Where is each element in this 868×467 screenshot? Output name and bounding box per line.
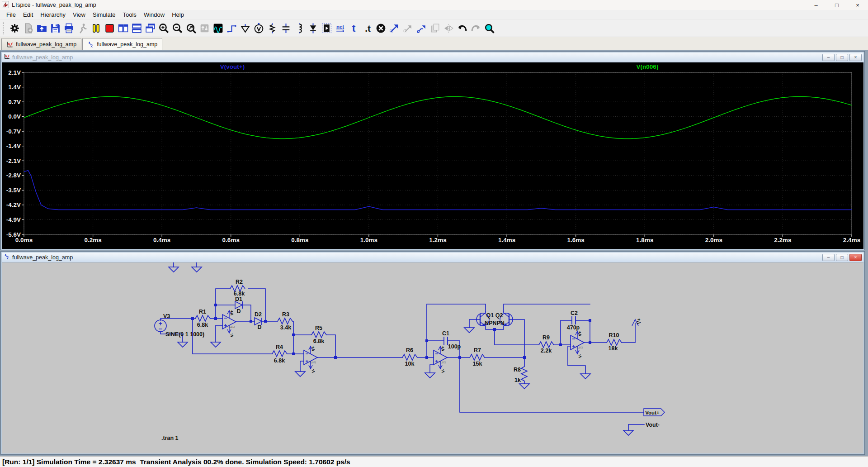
zoom-extents-button[interactable]	[184, 22, 197, 34]
print-button[interactable]	[62, 22, 75, 34]
resistor-button[interactable]	[266, 22, 278, 34]
close-button[interactable]: ×	[849, 54, 862, 61]
minimize-button[interactable]: –	[822, 54, 835, 61]
menu-tools[interactable]: Tools	[119, 11, 140, 19]
ground-symbol[interactable]	[623, 430, 633, 435]
schematic-label[interactable]: D	[236, 308, 241, 315]
tile-horizontal-button[interactable]	[130, 22, 143, 34]
spice-directive-button[interactable]: .t	[361, 22, 373, 34]
trace-label[interactable]: V(vout+)	[220, 63, 245, 70]
waveform-plot[interactable]: 0.0ms0.2ms0.4ms0.6ms0.8ms1.0ms1.2ms1.4ms…	[2, 62, 863, 249]
component-R7[interactable]	[470, 354, 485, 360]
schematic-label[interactable]: R4	[276, 344, 283, 350]
restore-button[interactable]: □	[836, 254, 848, 261]
schematic-label[interactable]: R8	[514, 367, 521, 373]
run-button[interactable]	[76, 22, 89, 34]
schematic-label[interactable]: V3	[163, 313, 170, 319]
schematic-label[interactable]: R6	[406, 347, 413, 353]
redo-button[interactable]	[469, 22, 482, 34]
ground-symbol[interactable]	[519, 384, 529, 389]
component-R4[interactable]	[272, 351, 287, 357]
schematic-label[interactable]: R7	[474, 347, 481, 353]
schematic-label[interactable]: R2	[236, 279, 243, 285]
control-panel-button[interactable]	[8, 22, 21, 34]
component-button[interactable]	[320, 22, 333, 34]
ground-symbol[interactable]	[464, 328, 474, 333]
schematic-label[interactable]: D	[257, 324, 261, 330]
menu-view[interactable]: View	[69, 11, 89, 19]
cascade-button[interactable]	[144, 22, 156, 34]
schematic-label[interactable]: SINE(0 1 1000)	[165, 331, 204, 338]
schematic-label[interactable]: 100p	[448, 343, 461, 350]
minimize-button[interactable]: –	[822, 254, 835, 261]
schematic-label[interactable]: 10k	[405, 361, 415, 367]
rail-V+[interactable]: V+	[632, 318, 642, 326]
schematic-label[interactable]: Q1 Q2	[486, 312, 503, 319]
component-R3[interactable]	[278, 318, 292, 324]
component-R6[interactable]	[402, 354, 417, 360]
schematic-window-titlebar[interactable]: fullwave_peak_log_amp –□×	[2, 253, 863, 262]
waveform-window-titlebar[interactable]: fullwave_peak_log_amp –□×	[2, 52, 863, 62]
component-R5[interactable]	[311, 332, 326, 338]
schematic-canvas-area[interactable]: V+V-TL072V+V-TL072V+V-TL072V+V-TL072Vout…	[2, 262, 863, 453]
close-button[interactable]: ×	[847, 0, 868, 10]
schematic-label[interactable]: 2.2k	[541, 348, 552, 354]
component-R10[interactable]	[607, 339, 622, 345]
minimize-button[interactable]: –	[806, 0, 826, 10]
schematic-label[interactable]: C1	[442, 330, 449, 337]
menu-simulate[interactable]: Simulate	[89, 11, 119, 19]
delete-button[interactable]	[374, 22, 387, 34]
ground-symbol[interactable]	[192, 267, 202, 272]
voltage-button[interactable]	[252, 22, 265, 34]
schematic-label[interactable]: R3	[282, 311, 289, 318]
schematic-label[interactable]: D1	[235, 296, 242, 302]
schematic-label[interactable]: D2	[255, 311, 262, 318]
net-flag-Vout+[interactable]: Vout+	[644, 409, 665, 416]
undo-button[interactable]	[456, 22, 468, 34]
component-R1[interactable]	[195, 315, 210, 321]
plot-canvas[interactable]: 0.0ms0.2ms0.4ms0.6ms0.8ms1.0ms1.2ms1.4ms…	[2, 62, 863, 249]
component-U4[interactable]: V+V-TL072	[571, 331, 584, 358]
component-U1[interactable]: V+V-TL072	[222, 310, 236, 337]
open-button[interactable]	[35, 22, 48, 34]
ground-symbol[interactable]	[178, 342, 188, 347]
menu-file[interactable]: File	[3, 11, 19, 19]
restore-button[interactable]: □	[836, 54, 848, 61]
schematic-label[interactable]: .tran 1	[161, 435, 179, 441]
autorange-button[interactable]	[198, 22, 211, 34]
ground-button[interactable]	[239, 22, 251, 34]
tab-schematic[interactable]: fullwave_peak_log_amp	[82, 38, 162, 50]
new-schematic-button[interactable]	[22, 22, 34, 34]
schematic-label[interactable]: 18k	[609, 345, 618, 352]
zoom-out-button[interactable]	[171, 22, 184, 34]
schematic-label[interactable]: C2	[571, 310, 578, 316]
pause-button[interactable]	[90, 22, 102, 34]
schematic-label[interactable]: R10	[609, 332, 619, 338]
trace-label[interactable]: V(n006)	[637, 63, 659, 70]
ground-symbol[interactable]	[425, 373, 435, 378]
zoom-in-button[interactable]	[157, 22, 170, 34]
tile-vertical-button[interactable]	[117, 22, 129, 34]
close-button[interactable]: ×	[849, 254, 862, 261]
ground-symbol[interactable]	[580, 374, 590, 379]
diode-button[interactable]	[307, 22, 319, 34]
schematic-label[interactable]: NPNPN	[485, 320, 505, 326]
move-button[interactable]	[388, 22, 401, 34]
component-V3[interactable]	[155, 320, 166, 332]
schematic-label[interactable]: 15k	[473, 361, 482, 367]
menu-help[interactable]: Help	[168, 11, 188, 19]
ground-symbol[interactable]	[211, 342, 221, 347]
menu-hierarchy[interactable]: Hierarchy	[37, 11, 69, 19]
schematic-label[interactable]: R5	[315, 325, 322, 331]
schematic-label[interactable]: 6.8k	[274, 357, 285, 364]
mirror-button[interactable]	[442, 22, 455, 34]
save-button[interactable]	[49, 22, 61, 34]
inductor-button[interactable]	[293, 22, 306, 34]
ground-symbol[interactable]	[169, 267, 179, 272]
wire-button[interactable]	[225, 22, 238, 34]
schematic-canvas[interactable]: V+V-TL072V+V-TL072V+V-TL072V+V-TL072Vout…	[2, 262, 863, 453]
waveform-button[interactable]	[212, 22, 224, 34]
component-R8[interactable]	[521, 367, 527, 381]
component-D1[interactable]	[235, 301, 242, 309]
net-label-button[interactable]: net	[334, 22, 346, 34]
